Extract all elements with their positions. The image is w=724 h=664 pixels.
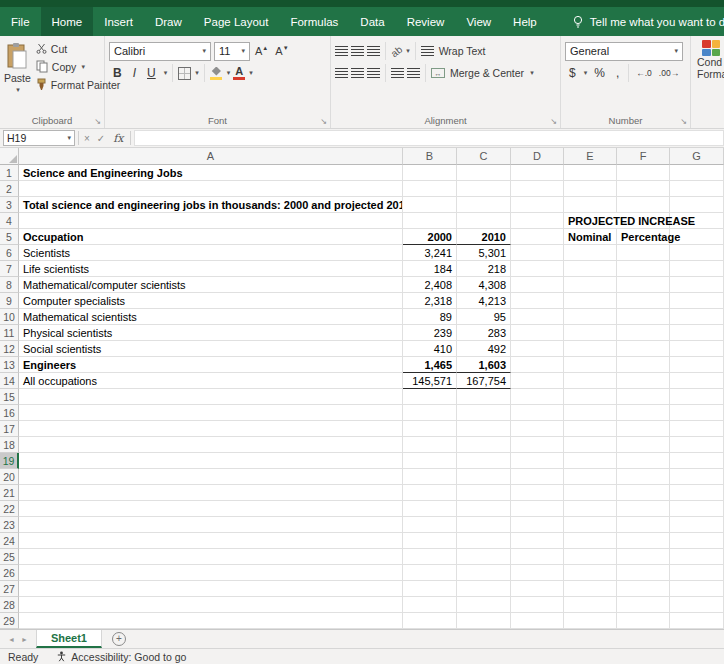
cell-A29[interactable] [19,613,403,629]
cell-D25[interactable] [511,549,564,565]
cell-E20[interactable] [564,469,617,485]
cell-C10[interactable]: 95 [457,309,511,325]
top-align-button[interactable] [335,46,348,56]
font-dialog-launcher[interactable]: ↘ [320,118,327,126]
cell-D21[interactable] [511,485,564,501]
cell-D2[interactable] [511,181,564,197]
cell-F16[interactable] [617,405,670,421]
row-header-26[interactable]: 26 [0,565,19,581]
cell-C17[interactable] [457,421,511,437]
menu-tab-file[interactable]: File [0,7,41,36]
row-header-29[interactable]: 29 [0,613,19,629]
increase-indent-button[interactable] [407,68,420,78]
menu-tab-help[interactable]: Help [502,7,548,36]
cell-E18[interactable] [564,437,617,453]
tell-me-box[interactable]: Tell me what you want to do [572,7,724,36]
row-header-3[interactable]: 3 [0,197,19,213]
cell-A6[interactable]: Scientists [19,245,403,261]
cell-G24[interactable] [670,533,724,549]
cell-A24[interactable] [19,533,403,549]
row-header-27[interactable]: 27 [0,581,19,597]
cell-B13[interactable]: 1,465 [403,357,457,373]
cell-C1[interactable] [457,165,511,181]
currency-button[interactable]: $ [565,66,580,80]
accessibility-status[interactable]: Accessibility: Good to go [56,651,186,663]
cell-E17[interactable] [564,421,617,437]
cell-G14[interactable] [670,373,724,389]
number-format-combobox[interactable]: General ▾ [565,42,683,61]
paste-button[interactable]: Paste ▾ [4,40,31,94]
cell-D15[interactable] [511,389,564,405]
cell-B4[interactable] [403,213,457,229]
cell-G27[interactable] [670,581,724,597]
row-header-13[interactable]: 13 [0,357,19,373]
cell-D9[interactable] [511,293,564,309]
italic-button[interactable]: I [129,66,140,80]
cell-A21[interactable] [19,485,403,501]
cell-B29[interactable] [403,613,457,629]
cell-F22[interactable] [617,501,670,517]
cell-G1[interactable] [670,165,724,181]
row-header-22[interactable]: 22 [0,501,19,517]
menu-tab-view[interactable]: View [455,7,502,36]
cell-B23[interactable] [403,517,457,533]
cell-D23[interactable] [511,517,564,533]
cell-G21[interactable] [670,485,724,501]
cell-C9[interactable]: 4,213 [457,293,511,309]
cell-E26[interactable] [564,565,617,581]
cell-A7[interactable]: Life scientists [19,261,403,277]
cell-C22[interactable] [457,501,511,517]
cell-G6[interactable] [670,245,724,261]
cell-B24[interactable] [403,533,457,549]
row-header-6[interactable]: 6 [0,245,19,261]
cell-B14[interactable]: 145,571 [403,373,457,389]
insert-function-button[interactable]: fx [110,132,126,145]
font-size-combobox[interactable]: 11 ▾ [214,42,250,61]
row-header-7[interactable]: 7 [0,261,19,277]
cell-E14[interactable] [564,373,617,389]
row-header-21[interactable]: 21 [0,485,19,501]
cell-B27[interactable] [403,581,457,597]
cell-E19[interactable] [564,453,617,469]
cell-G28[interactable] [670,597,724,613]
row-header-24[interactable]: 24 [0,533,19,549]
cell-A26[interactable] [19,565,403,581]
menu-tab-review[interactable]: Review [396,7,456,36]
cell-A13[interactable]: Engineers [19,357,403,373]
row-header-15[interactable]: 15 [0,389,19,405]
cell-E25[interactable] [564,549,617,565]
cell-E16[interactable] [564,405,617,421]
cell-D1[interactable] [511,165,564,181]
cell-A28[interactable] [19,597,403,613]
cell-D12[interactable] [511,341,564,357]
cell-D24[interactable] [511,533,564,549]
cell-E24[interactable] [564,533,617,549]
font-name-combobox[interactable]: Calibri ▾ [109,42,211,61]
row-header-20[interactable]: 20 [0,469,19,485]
cell-D22[interactable] [511,501,564,517]
cell-D14[interactable] [511,373,564,389]
cell-D10[interactable] [511,309,564,325]
menu-tab-formulas[interactable]: Formulas [279,7,349,36]
align-center-button[interactable] [351,68,364,78]
cell-B3[interactable] [403,197,457,213]
cell-A8[interactable]: Mathematical/computer scientists [19,277,403,293]
cell-G15[interactable] [670,389,724,405]
cell-C2[interactable] [457,181,511,197]
cell-F5[interactable]: Percentage [617,229,670,245]
cell-C28[interactable] [457,597,511,613]
cell-F13[interactable] [617,357,670,373]
cell-D26[interactable] [511,565,564,581]
orientation-button[interactable]: ab [389,43,405,59]
borders-button[interactable] [178,67,191,80]
cell-A20[interactable] [19,469,403,485]
cell-F15[interactable] [617,389,670,405]
cell-F2[interactable] [617,181,670,197]
cell-B12[interactable]: 410 [403,341,457,357]
cell-E29[interactable] [564,613,617,629]
underline-button[interactable]: U [143,66,160,80]
cell-E1[interactable] [564,165,617,181]
cell-F25[interactable] [617,549,670,565]
cell-B26[interactable] [403,565,457,581]
cell-A27[interactable] [19,581,403,597]
